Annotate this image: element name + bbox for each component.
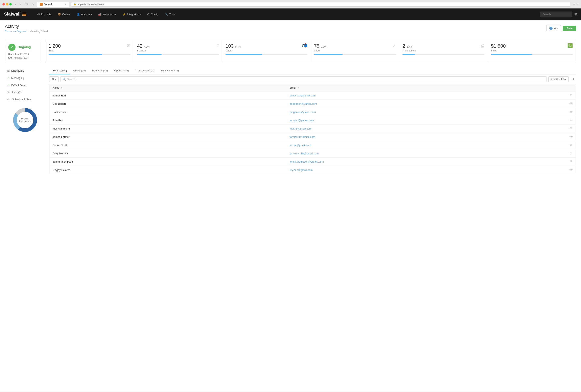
filter-search-input[interactable] (67, 78, 544, 81)
metric-sales-top: $1,500 💹 (491, 43, 573, 49)
nav-integrations-label: Integrations (127, 13, 140, 16)
search-input[interactable] (540, 12, 572, 17)
info-button[interactable]: i Info (546, 25, 561, 31)
maximize-dot[interactable] (9, 3, 12, 6)
cell-action[interactable]: 👁 (523, 158, 576, 166)
metric-sales-bar-fill (491, 54, 532, 55)
tab-clicks[interactable]: Clicks (75) (70, 67, 89, 74)
browser-nav: ‹ › ↻ ⌂ (14, 2, 35, 6)
close-dot[interactable] (2, 3, 5, 6)
tab-close-icon[interactable]: ✕ (64, 3, 66, 6)
search-icon[interactable]: ⊞ (574, 12, 577, 16)
metric-clicks-bar (314, 54, 396, 55)
cell-email[interactable]: tompen@yahoo.com (286, 116, 524, 124)
cell-action[interactable]: 👁 (523, 92, 576, 100)
forward-button[interactable]: › (19, 2, 22, 6)
sidebar-item-dashboard[interactable]: ⊞ Dashboard (5, 67, 45, 74)
cell-name: Gary Murphy (50, 149, 286, 158)
cell-email[interactable]: ss.pal@gmail.com (286, 141, 524, 149)
add-filter-button[interactable]: Add this filter (548, 76, 569, 82)
address-bar[interactable]: 🔒 https://www.slatwall.com (71, 2, 571, 7)
tab-bounces[interactable]: Bounces (42) (89, 67, 111, 74)
nav-warehouse[interactable]: 🏭 Warehouse (96, 12, 119, 17)
sidebar-item-messaging[interactable]: ✓ Messaging (5, 74, 45, 82)
chevron-down-icon: ▾ (55, 78, 56, 81)
metric-bounces-bar-fill (137, 54, 162, 55)
filter-select[interactable]: All ▾ (49, 76, 59, 82)
nav-products[interactable]: 🏷 Products (34, 12, 54, 17)
sidebar: ⊞ Dashboard ✓ Messaging ✓ E-Mail Setup 3… (5, 67, 45, 174)
tab-sent[interactable]: Sent (1,200) (49, 67, 70, 74)
cell-action[interactable]: 👁 (523, 166, 576, 174)
refresh-button[interactable]: ↻ (24, 2, 29, 6)
filter-bar: All ▾ 🔍 Add this filter ⬇ (49, 74, 576, 84)
col-header-email[interactable]: Email ⇅ (286, 84, 524, 92)
cell-email[interactable]: jenna.thompson@yahoo.com (286, 158, 524, 166)
breadcrumb-separator: › (28, 30, 28, 33)
cell-email[interactable]: mat.hs@dncp.com (286, 124, 524, 133)
nav-products-label: Products (41, 13, 51, 16)
nav-orders[interactable]: 📦 Orders (55, 12, 73, 17)
nav-accounts[interactable]: 👤 Accounts (74, 12, 94, 17)
end-date: August 2, 2017 (14, 56, 29, 59)
table-row: Jenna Thompson jenna.thompson@yahoo.com … (50, 158, 576, 166)
cell-email[interactable]: patgenson@fasol.com (286, 108, 524, 116)
browser-tab[interactable]: Slatwall ✕ (37, 2, 69, 7)
cell-email[interactable]: bobbobert@yahoo.com (286, 100, 524, 108)
nav-tools[interactable]: 🔧 Tools (162, 12, 178, 17)
browser-actions: ☆ ≡ (573, 2, 578, 6)
cell-email[interactable]: rey.sun@gmail.com (286, 166, 524, 174)
cell-action[interactable]: 👁 (523, 100, 576, 108)
cell-name: Jenna Thompson (50, 158, 286, 166)
metric-transactions-values: 2 1.7% (402, 43, 412, 49)
cell-action[interactable]: 👁 (523, 149, 576, 158)
sidebar-email-setup-label: E-Mail Setup (11, 84, 26, 87)
home-button[interactable]: ⌂ (31, 2, 35, 6)
breadcrumb-consumer-segment[interactable]: Consumer Segment (5, 30, 26, 33)
sidebar-item-email-setup[interactable]: ✓ E-Mail Setup (5, 82, 45, 89)
metric-transactions-top: 2 1.7% 🖨 (402, 43, 484, 49)
status-dates: Start: June 27, 2016 End: August 2, 2017 (8, 52, 38, 60)
save-button[interactable]: Save (563, 26, 576, 31)
tab-opens[interactable]: Opens (103) (111, 67, 132, 74)
download-button[interactable]: ⬇ (570, 76, 576, 82)
warehouse-icon: 🏭 (98, 13, 102, 16)
metric-bounces: 42 4.2% ⤴ Bounces (134, 40, 222, 63)
nav-orders-label: Orders (62, 13, 70, 16)
table-row: Bob Bobert bobbobert@yahoo.com 👁 (50, 100, 576, 108)
bookmark-button[interactable]: ☆ (573, 2, 575, 6)
nav-integrations[interactable]: ⚡ Integrations (120, 12, 144, 17)
filter-select-label: All (52, 78, 54, 81)
cell-action[interactable]: 👁 (523, 124, 576, 133)
col-header-name[interactable]: Name ⇅ (50, 84, 286, 92)
cell-name: Reyjay Solares (50, 166, 286, 174)
cell-action[interactable]: 👁 (523, 116, 576, 124)
cell-email[interactable]: jamesearl@gmail.com (286, 92, 524, 100)
nav-config[interactable]: ⚙ Config (144, 12, 161, 17)
tab-transactions[interactable]: Transactions (2) (132, 67, 157, 74)
tab-sent-history[interactable]: Sent History (2) (157, 67, 182, 74)
search-icon-small: 🔍 (62, 78, 66, 81)
metric-opens-pct: 9.7% (235, 46, 241, 48)
cell-email[interactable]: gary.murphy@gmail.com (286, 149, 524, 158)
nav-tools-label: Tools (169, 13, 175, 16)
table-row: Pat Genson patgenson@fasol.com 👁 (50, 108, 576, 116)
logo-text: Slatwall (4, 12, 20, 17)
cell-action[interactable]: 👁 (523, 108, 576, 116)
back-button[interactable]: ‹ (14, 2, 17, 6)
metric-sales-values: $1,500 (491, 43, 506, 49)
minimize-dot[interactable] (6, 3, 8, 6)
lists-num: 3. (7, 91, 10, 94)
activity-header: Activity Consumer Segment › Marketing E-… (0, 20, 581, 36)
metric-opens-top: 103 9.7% 📬 (226, 43, 308, 49)
cell-action[interactable]: 👁 (523, 133, 576, 141)
sidebar-item-schedule[interactable]: 4. Schedule & Send (5, 96, 45, 103)
donut-chart: Segment Performance (12, 107, 38, 133)
page-title: Activity (5, 24, 48, 29)
cell-email[interactable]: farmer.j@hotmail.com (286, 133, 524, 141)
integrations-icon: ⚡ (122, 13, 126, 16)
settings-button[interactable]: ≡ (577, 2, 578, 6)
cell-action[interactable]: 👁 (523, 141, 576, 149)
table-row: Reyjay Solares rey.sun@gmail.com 👁 (50, 166, 576, 174)
sidebar-item-lists[interactable]: 3. Lists (2) (5, 89, 45, 96)
